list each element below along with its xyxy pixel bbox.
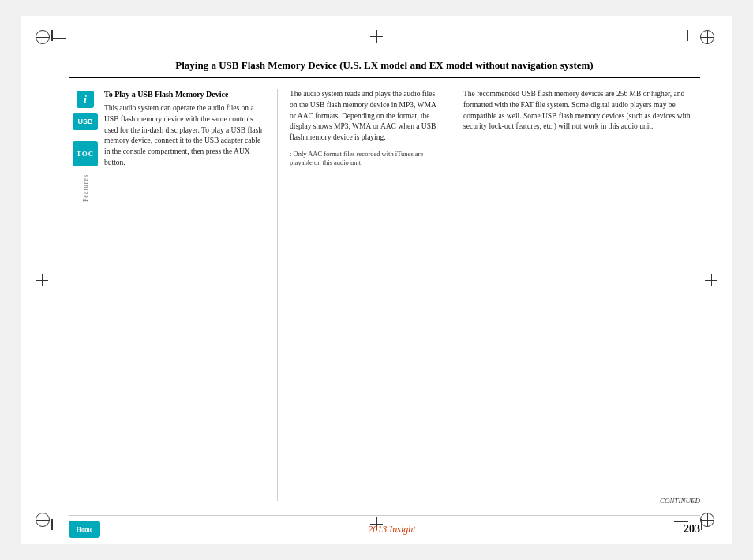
page-title: Playing a USB Flash Memory Device (U.S. … xyxy=(69,59,700,72)
svg-text:USB: USB xyxy=(77,118,93,125)
tick-br-v2 xyxy=(701,519,702,530)
toc-badge[interactable]: TOC xyxy=(73,141,98,166)
tick-tl-v xyxy=(51,30,53,41)
tick-tr-v xyxy=(687,30,689,41)
tick-tl-h xyxy=(51,38,66,39)
usb-symbol: USB xyxy=(74,114,96,129)
content-area: Playing a USB Flash Memory Device (U.S. … xyxy=(69,59,700,501)
home-label: Home xyxy=(77,526,92,533)
page: Playing a USB Flash Memory Device (U.S. … xyxy=(21,16,732,544)
reg-mark-top-left xyxy=(36,30,53,47)
reg-mark-top-right xyxy=(700,30,717,47)
column-3: The recommended USB flash memory devices… xyxy=(451,89,700,501)
footer-center-text: 2013 Insight xyxy=(368,524,415,536)
sidebar: i USB TOC Features xyxy=(69,91,102,202)
col1-heading: To Play a USB Flash Memory Device xyxy=(104,89,265,99)
tick-bl-v xyxy=(51,519,53,530)
footer: Home 2013 Insight 203 xyxy=(69,515,700,538)
col3-body: The recommended USB flash memory devices… xyxy=(463,89,700,133)
toc-label: TOC xyxy=(77,150,94,159)
col2-body: The audio system reads and plays the aud… xyxy=(290,89,439,144)
continued-label: CONTINUED xyxy=(660,497,700,505)
column-2: The audio system reads and plays the aud… xyxy=(278,89,451,501)
title-section: Playing a USB Flash Memory Device (U.S. … xyxy=(69,59,700,78)
crosshair-top-center xyxy=(370,30,383,43)
page-number: 203 xyxy=(684,523,700,536)
column-1: To Play a USB Flash Memory Device This a… xyxy=(104,89,278,501)
reg-mark-bottom-left xyxy=(36,513,53,530)
col2-note: Only AAC format files recorded with iTun… xyxy=(290,150,439,168)
features-label: Features xyxy=(82,174,89,202)
col1-body: This audio system can operate the audio … xyxy=(104,103,265,169)
usb-icon: USB xyxy=(73,113,98,130)
home-button[interactable]: Home xyxy=(69,521,100,538)
crosshair-middle-left xyxy=(36,274,48,286)
crosshair-middle-right xyxy=(705,274,717,286)
columns: To Play a USB Flash Memory Device This a… xyxy=(104,89,700,501)
info-symbol: i xyxy=(84,93,87,106)
reg-mark-bottom-right xyxy=(700,513,717,530)
info-icon: i xyxy=(77,91,94,108)
